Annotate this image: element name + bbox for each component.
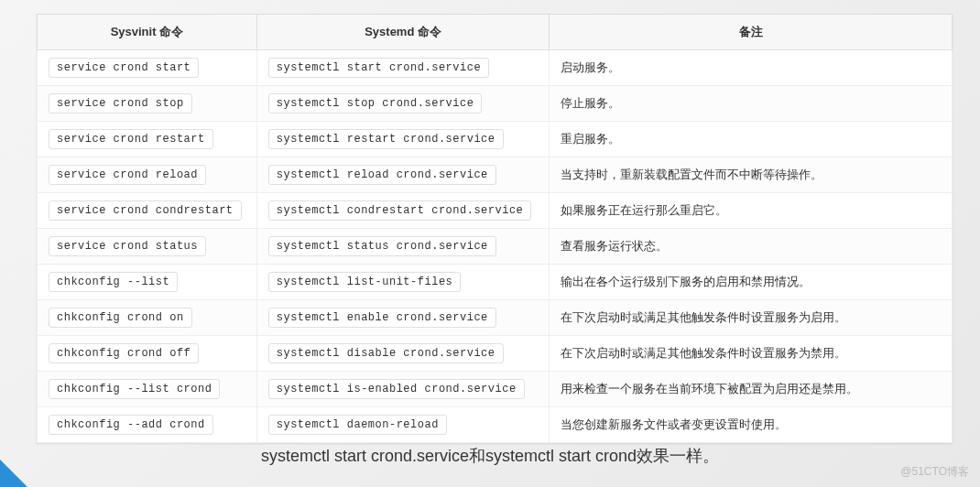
sysvinit-command: service crond restart [49,129,213,149]
sysvinit-command: chkconfig --list [49,272,178,292]
systemd-command: systemctl disable crond.service [268,343,504,363]
table: Sysvinit 命令 Systemd 命令 备注 service crond … [37,14,953,443]
systemd-command: systemctl stop crond.service [268,93,483,114]
systemd-command: systemctl condrestart crond.service [268,200,532,221]
table-row: service crond stopsystemctl stop crond.s… [38,86,953,122]
systemd-command: systemctl daemon-reload [268,415,447,435]
table-row: service crond condrestartsystemctl condr… [38,193,953,229]
systemd-command: systemctl reload crond.service [268,165,496,185]
table-row: chkconfig --list crondsystemctl is-enabl… [38,372,953,407]
table-header-row: Sysvinit 命令 Systemd 命令 备注 [38,15,953,50]
table-row: chkconfig crond onsystemctl enable crond… [38,300,953,336]
header-systemd: Systemd 命令 [256,15,550,50]
sysvinit-command: chkconfig crond on [49,308,192,328]
sysvinit-command: service crond start [49,58,199,78]
sysvinit-cell: chkconfig crond on [38,300,257,336]
sysvinit-cell: chkconfig --list [38,265,257,300]
systemd-command: systemctl restart crond.service [268,129,504,149]
note-cell: 停止服务。 [550,86,953,122]
sysvinit-command: chkconfig --list crond [49,379,220,399]
sysvinit-cell: chkconfig crond off [38,336,257,372]
systemd-command: systemctl enable crond.service [268,308,496,328]
systemd-cell: systemctl daemon-reload [256,407,550,443]
sysvinit-cell: service crond restart [38,122,257,157]
sysvinit-cell: chkconfig --list crond [38,372,257,407]
note-cell: 重启服务。 [550,122,953,157]
sysvinit-cell: service crond status [38,229,257,265]
table-row: service crond startsystemctl start crond… [38,50,953,86]
table-row: service crond restartsystemctl restart c… [38,122,953,157]
systemd-cell: systemctl status crond.service [256,229,550,265]
header-sysvinit: Sysvinit 命令 [38,15,257,50]
sysvinit-cell: service crond reload [38,157,257,193]
systemd-cell: systemctl reload crond.service [256,157,550,193]
systemd-cell: systemctl disable crond.service [256,336,550,372]
systemd-command: systemctl status crond.service [268,236,496,256]
note-cell: 查看服务运行状态。 [550,229,953,265]
systemd-cell: systemctl list-unit-files [256,265,550,300]
sysvinit-command: chkconfig --add crond [49,415,213,435]
systemd-cell: systemctl enable crond.service [256,300,550,336]
systemd-cell: systemctl condrestart crond.service [256,193,550,229]
sysvinit-cell: service crond stop [38,86,257,122]
note-cell: 在下次启动时或满足其他触发条件时设置服务为启用。 [550,300,953,336]
systemd-cell: systemctl stop crond.service [256,86,550,122]
caption-text: systemctl start crond.service和systemctl … [0,445,980,467]
table-row: service crond reloadsystemctl reload cro… [38,157,953,193]
corner-decoration [0,460,27,487]
table-row: chkconfig --add crondsystemctl daemon-re… [38,407,953,443]
systemd-cell: systemctl restart crond.service [256,122,550,157]
sysvinit-command: service crond reload [49,165,206,185]
sysvinit-command: chkconfig crond off [49,343,199,363]
sysvinit-command: service crond condrestart [49,200,242,221]
sysvinit-command: service crond stop [49,93,192,114]
sysvinit-command: service crond status [49,236,206,256]
table-row: chkconfig --listsystemctl list-unit-file… [38,265,953,300]
watermark-text: @51CTO博客 [900,464,969,480]
note-cell: 当您创建新服务文件或者变更设置时使用。 [550,407,953,443]
table-row: chkconfig crond offsystemctl disable cro… [38,336,953,372]
command-comparison-table: Sysvinit 命令 Systemd 命令 备注 service crond … [37,14,953,443]
systemd-command: systemctl is-enabled crond.service [268,379,525,399]
note-cell: 用来检查一个服务在当前环境下被配置为启用还是禁用。 [550,372,953,407]
note-cell: 如果服务正在运行那么重启它。 [550,193,953,229]
header-note: 备注 [550,15,953,50]
note-cell: 启动服务。 [550,50,953,86]
note-cell: 输出在各个运行级别下服务的启用和禁用情况。 [550,265,953,300]
sysvinit-cell: service crond start [38,50,257,86]
table-row: service crond statussystemctl status cro… [38,229,953,265]
sysvinit-cell: service crond condrestart [38,193,257,229]
systemd-command: systemctl list-unit-files [268,272,462,292]
systemd-cell: systemctl is-enabled crond.service [256,372,550,407]
systemd-command: systemctl start crond.service [268,58,489,78]
sysvinit-cell: chkconfig --add crond [38,407,257,443]
systemd-cell: systemctl start crond.service [256,50,550,86]
note-cell: 当支持时，重新装载配置文件而不中断等待操作。 [550,157,953,193]
note-cell: 在下次启动时或满足其他触发条件时设置服务为禁用。 [550,336,953,372]
